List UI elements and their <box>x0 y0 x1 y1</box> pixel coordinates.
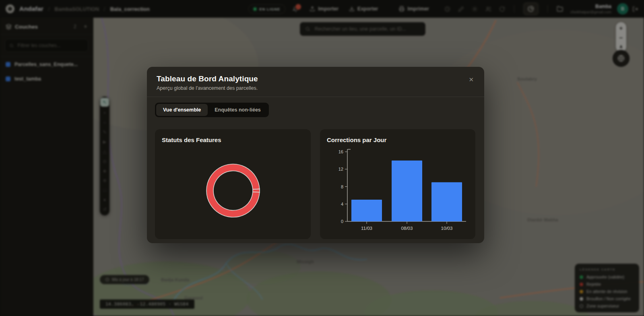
modal-tabs: Vue d'ensembleEnquêtes non-liées <box>155 103 269 117</box>
feature-status-donut-chart <box>155 129 311 239</box>
modal-subtitle: Aperçu global de l'avancement des parcel… <box>157 85 475 91</box>
modal-title: Tableau de Bord Analytique <box>157 74 475 83</box>
svg-text:11/03: 11/03 <box>361 226 372 231</box>
analytics-dashboard-modal: Tableau de Bord Analytique Aperçu global… <box>147 67 484 243</box>
svg-text:12: 12 <box>339 167 343 171</box>
svg-text:10/03: 10/03 <box>441 226 453 231</box>
svg-text:0: 0 <box>341 219 343 224</box>
bar-chart-title: Corrections par Jour <box>327 136 386 143</box>
close-icon[interactable]: ✕ <box>469 76 474 83</box>
corrections-bar-chart: 048121611/0308/0310/03 <box>320 129 475 239</box>
donut-slice <box>206 164 260 217</box>
svg-text:08/03: 08/03 <box>401 226 413 231</box>
modal-body: Vue d'ensembleEnquêtes non-liées Statuts… <box>147 97 484 239</box>
svg-text:8: 8 <box>341 184 343 189</box>
feature-status-card: Statuts des Features <box>155 129 311 239</box>
svg-text:4: 4 <box>341 202 343 207</box>
tab-vue-d-ensemble[interactable]: Vue d'ensemble <box>156 104 208 116</box>
corrections-per-day-card: Corrections par Jour 048121611/0308/0310… <box>320 129 475 239</box>
modal-header: Tableau de Bord Analytique Aperçu global… <box>147 67 484 97</box>
svg-text:16: 16 <box>339 149 343 154</box>
tab-enqu-tes-non-li-es[interactable]: Enquêtes non-liées <box>208 104 268 116</box>
donut-chart-title: Statuts des Features <box>162 136 221 143</box>
donut-slice <box>253 189 260 192</box>
